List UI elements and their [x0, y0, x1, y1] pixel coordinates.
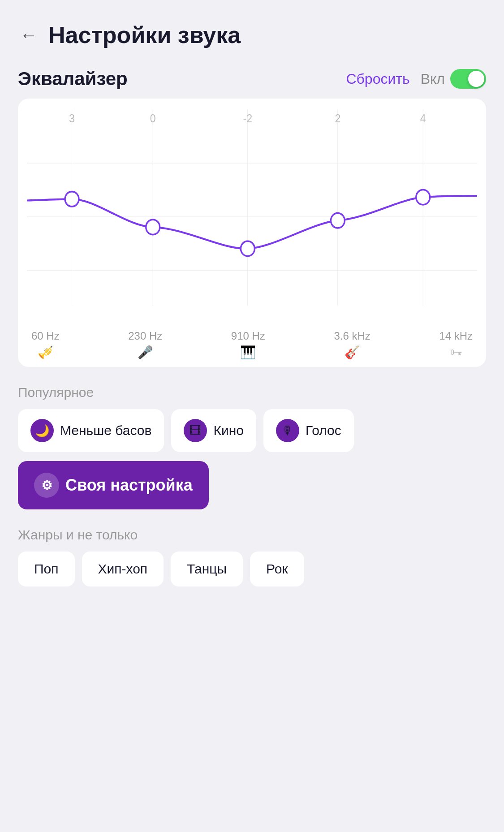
reset-button[interactable]: Сбросить [346, 71, 409, 87]
genre-hiphop[interactable]: Хип-хоп [82, 552, 164, 586]
equalizer-section: Эквалайзер Сбросить Вкл [18, 59, 486, 595]
custom-settings-button[interactable]: ⚙ Своя настройка [18, 461, 209, 509]
freq-60hz-label: 60 Hz [31, 330, 60, 342]
genre-dance[interactable]: Танцы [171, 552, 243, 586]
toggle-label: Вкл [421, 71, 445, 87]
freq-910hz-label: 910 Hz [231, 330, 265, 342]
custom-settings-icon: ⚙ [34, 473, 59, 498]
genres-section-label: Жанры и не только [18, 527, 486, 543]
freq-230hz: 230 Hz 🎤 [128, 330, 162, 360]
freq-labels: 60 Hz 🎺 230 Hz 🎤 910 Hz 🎹 3.6 kHz 🎸 [27, 324, 477, 360]
svg-text:4: 4 [420, 112, 426, 125]
freq-3600hz-icon: 🎸 [345, 345, 360, 360]
svg-point-15 [241, 241, 254, 256]
toggle-wrapper: Вкл [421, 69, 486, 89]
genre-rock[interactable]: Рок [250, 552, 304, 586]
eq-controls: Сбросить Вкл [346, 69, 486, 89]
svg-point-16 [331, 213, 345, 228]
freq-3600hz: 3.6 kHz 🎸 [334, 330, 370, 360]
eq-toggle[interactable] [450, 69, 486, 89]
main-content: Эквалайзер Сбросить Вкл [0, 59, 504, 595]
svg-text:2: 2 [335, 112, 340, 125]
genres-row: Поп Хип-хоп Танцы Рок [18, 552, 486, 586]
voice-icon: 🎙 [276, 419, 299, 442]
freq-3600hz-label: 3.6 kHz [334, 330, 370, 342]
eq-curve-svg: 3 0 -2 2 4 [27, 109, 477, 324]
freq-14khz: 14 kHz 🗝 [439, 330, 473, 360]
svg-text:0: 0 [150, 112, 156, 125]
back-arrow-icon: ← [20, 26, 38, 44]
svg-text:3: 3 [69, 112, 75, 125]
genre-hiphop-label: Хип-хоп [98, 561, 148, 576]
svg-point-13 [65, 192, 79, 207]
freq-14khz-label: 14 kHz [439, 330, 473, 342]
svg-point-17 [416, 190, 430, 204]
freq-230hz-label: 230 Hz [128, 330, 162, 342]
eq-chart[interactable]: 3 0 -2 2 4 [27, 109, 477, 324]
freq-230hz-icon: 🎤 [138, 345, 153, 360]
freq-60hz: 60 Hz 🎺 [31, 330, 60, 360]
genre-pop[interactable]: Поп [18, 552, 75, 586]
genre-rock-label: Рок [266, 561, 288, 576]
freq-910hz: 910 Hz 🎹 [231, 330, 265, 360]
sound-settings-page: ← Настройки звука Эквалайзер Сбросить Вк… [0, 0, 504, 832]
eq-chart-container: 3 0 -2 2 4 [18, 99, 486, 367]
less-bass-icon: 🌙 [30, 419, 54, 442]
preset-less-bass[interactable]: 🌙 Меньше басов [18, 409, 164, 452]
freq-910hz-icon: 🎹 [240, 345, 256, 360]
eq-title: Эквалайзер [18, 68, 128, 90]
presets-row: 🌙 Меньше басов 🎞 Кино 🎙 Голос [18, 409, 486, 452]
custom-settings-label: Своя настройка [65, 476, 193, 495]
popular-section-label: Популярное [18, 385, 486, 400]
svg-text:-2: -2 [243, 112, 253, 125]
header: ← Настройки звука [0, 0, 504, 59]
genre-pop-label: Поп [34, 561, 59, 576]
cinema-icon: 🎞 [184, 419, 207, 442]
back-button[interactable]: ← [18, 24, 39, 46]
preset-cinema[interactable]: 🎞 Кино [171, 409, 256, 452]
page-title: Настройки звука [48, 22, 241, 48]
preset-voice[interactable]: 🎙 Голос [263, 409, 354, 452]
cinema-label: Кино [213, 423, 244, 438]
freq-60hz-icon: 🎺 [38, 345, 53, 360]
svg-point-14 [146, 220, 160, 234]
freq-14khz-icon: 🗝 [450, 345, 462, 360]
less-bass-label: Меньше басов [60, 423, 151, 438]
genre-dance-label: Танцы [187, 561, 227, 576]
eq-header: Эквалайзер Сбросить Вкл [18, 68, 486, 90]
voice-label: Голос [306, 423, 341, 438]
